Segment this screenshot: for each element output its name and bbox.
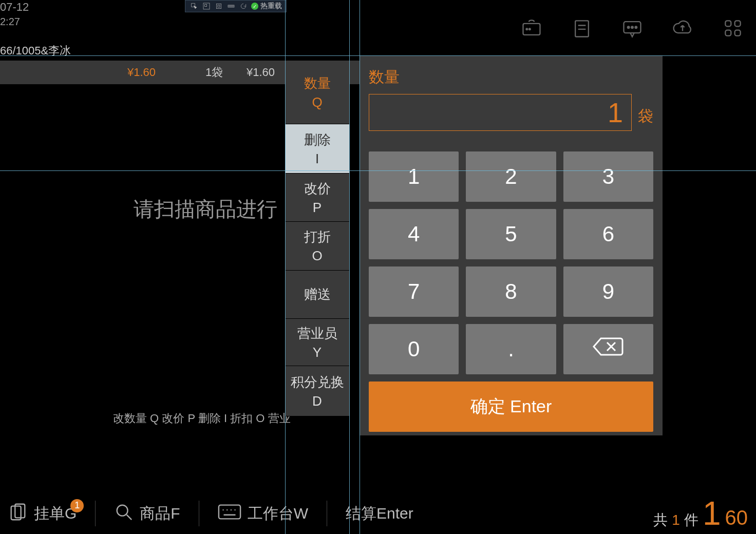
bottom-hold-button[interactable]: 挂单G 1 xyxy=(8,502,77,525)
svg-point-8 xyxy=(529,28,531,30)
action-quantity-key: Q xyxy=(312,94,322,110)
svg-rect-15 xyxy=(735,21,741,26)
summary-prefix: 共 xyxy=(653,510,668,530)
check-icon: ✓ xyxy=(251,3,258,10)
action-quantity[interactable]: 数量 Q xyxy=(285,61,349,124)
keypad-grid: 1 2 3 4 5 6 7 8 9 0 . 确定 Enter xyxy=(369,151,653,432)
action-points-label: 积分兑换 xyxy=(291,373,344,391)
refresh-icon[interactable] xyxy=(239,2,248,11)
user-info: 66/1005&李冰 xyxy=(0,43,71,59)
quantity-input[interactable]: 1 xyxy=(369,94,632,131)
divider xyxy=(327,501,327,526)
svg-rect-17 xyxy=(735,30,741,36)
action-delete-key: I xyxy=(315,151,319,167)
date-text: 07-12 xyxy=(0,0,29,15)
hold-icon xyxy=(8,502,28,525)
key-3[interactable]: 3 xyxy=(563,151,653,202)
bottom-bar: 挂单G 1 商品F 工作台W 结算Enter 共 1 件 1 60 xyxy=(0,493,756,534)
quantity-input-wrap: 1 袋 xyxy=(369,94,653,131)
svg-point-13 xyxy=(635,26,637,28)
bottom-workbench-label: 工作台W xyxy=(248,503,308,524)
header-icons xyxy=(519,15,746,41)
svg-rect-14 xyxy=(725,21,731,26)
svg-point-20 xyxy=(117,505,128,516)
action-salesperson[interactable]: 营业员 Y xyxy=(285,319,349,366)
apps-icon[interactable] xyxy=(720,15,746,41)
key-1[interactable]: 1 xyxy=(369,151,459,202)
svg-rect-21 xyxy=(219,505,240,519)
summary-unit: 件 xyxy=(684,510,698,530)
item-total-price: ¥1.60 xyxy=(247,66,275,79)
select-widget-icon[interactable] xyxy=(190,2,199,11)
key-8[interactable]: 8 xyxy=(466,266,556,317)
action-change-price-label: 改价 xyxy=(304,180,331,198)
action-discount-key: O xyxy=(312,248,322,264)
key-2[interactable]: 2 xyxy=(466,151,556,202)
bottom-product-button[interactable]: 商品F xyxy=(114,502,180,525)
summary-big-count: 1 xyxy=(703,494,721,532)
screen-icon[interactable] xyxy=(519,15,544,41)
quantity-unit: 袋 xyxy=(638,106,653,131)
note-icon[interactable] xyxy=(569,15,595,41)
svg-point-12 xyxy=(631,26,633,28)
keypad-title: 数量 xyxy=(369,67,653,88)
side-actions: 数量 Q 删除 I 改价 P 打折 O 赠送 营业员 Y 积分兑换 D xyxy=(285,61,349,416)
keypad-panel: 数量 1 袋 1 2 3 4 5 6 7 8 9 0 . 确定 Enter xyxy=(360,55,663,435)
key-confirm[interactable]: 确定 Enter xyxy=(369,382,653,432)
summary-count: 1 xyxy=(672,512,680,528)
svg-point-7 xyxy=(526,28,527,30)
shortcut-hints: 改数量 Q 改价 P 删除 I 折扣 O 营业 xyxy=(113,411,291,426)
key-4[interactable]: 4 xyxy=(369,209,459,259)
bottom-product-label: 商品F xyxy=(140,503,180,524)
key-backspace[interactable] xyxy=(563,324,653,374)
dev-toolbar: ✓ 热重载 xyxy=(185,0,287,12)
svg-rect-2 xyxy=(205,5,207,7)
divider xyxy=(199,501,199,526)
hot-reload-label: 热重载 xyxy=(260,2,282,11)
key-9[interactable]: 9 xyxy=(563,266,653,317)
action-discount[interactable]: 打折 O xyxy=(285,222,349,271)
action-salesperson-label: 营业员 xyxy=(297,325,337,342)
bottom-workbench-button[interactable]: 工作台W xyxy=(218,503,308,524)
key-0[interactable]: 0 xyxy=(369,324,459,374)
action-delete-label: 删除 xyxy=(304,131,331,149)
action-delete[interactable]: 删除 I xyxy=(285,124,349,174)
key-5[interactable]: 5 xyxy=(466,209,556,259)
action-points[interactable]: 积分兑换 D xyxy=(285,366,349,416)
summary-total: 60 xyxy=(725,506,748,529)
bottom-checkout-label: 结算Enter xyxy=(346,503,413,524)
inspector-icon[interactable] xyxy=(202,2,211,11)
action-change-price-key: P xyxy=(313,200,322,216)
svg-rect-16 xyxy=(725,30,731,36)
top-meta: 07-12 2:27 xyxy=(0,0,29,28)
hot-reload-badge[interactable]: ✓ 热重载 xyxy=(251,2,282,11)
action-quantity-label: 数量 xyxy=(304,74,331,92)
item-unit-price: ¥1.60 xyxy=(127,66,156,79)
key-6[interactable]: 6 xyxy=(563,209,653,259)
item-quantity: 1袋 xyxy=(205,65,223,80)
chat-icon[interactable] xyxy=(619,15,645,41)
svg-point-11 xyxy=(628,26,630,28)
time-text: 2:27 xyxy=(0,15,29,28)
action-change-price[interactable]: 改价 P xyxy=(285,174,349,222)
action-discount-label: 打折 xyxy=(304,228,331,246)
ruler-icon[interactable] xyxy=(226,2,236,11)
key-7[interactable]: 7 xyxy=(369,266,459,317)
summary: 共 1 件 1 60 xyxy=(653,494,748,532)
cloud-upload-icon[interactable] xyxy=(670,15,695,41)
action-points-key: D xyxy=(312,393,322,409)
svg-rect-3 xyxy=(216,4,221,8)
svg-rect-1 xyxy=(203,3,210,9)
key-dot[interactable]: . xyxy=(466,324,556,374)
keyboard-icon xyxy=(218,504,241,524)
divider xyxy=(95,501,96,526)
search-icon xyxy=(114,502,134,525)
bottom-checkout-button[interactable]: 结算Enter xyxy=(346,503,413,524)
svg-rect-4 xyxy=(218,5,220,7)
scan-prompt: 请扫描商品进行 xyxy=(134,195,277,223)
square-icon[interactable] xyxy=(214,2,223,11)
backspace-icon xyxy=(592,336,625,362)
action-gift[interactable]: 赠送 xyxy=(285,271,349,319)
action-salesperson-key: Y xyxy=(313,345,322,360)
hold-badge: 1 xyxy=(70,499,84,512)
